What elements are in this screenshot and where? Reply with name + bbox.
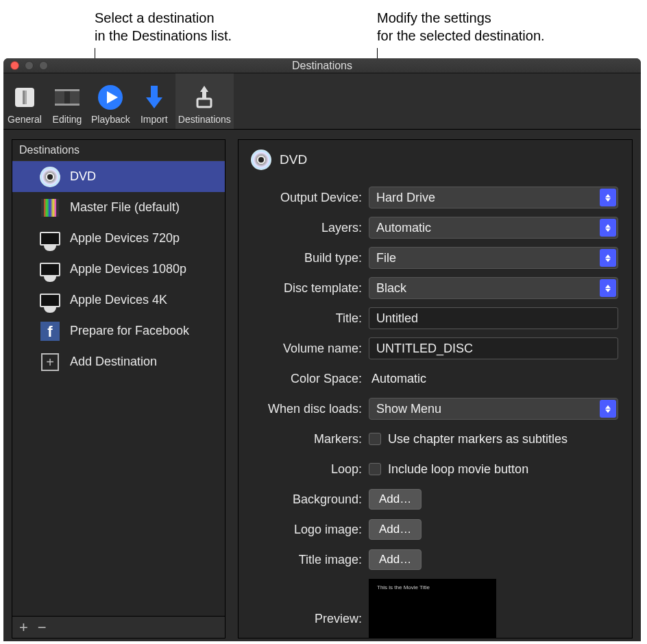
svg-rect-2 [25, 91, 27, 104]
sidebar-item-facebook[interactable]: f Prepare for Facebook [12, 315, 225, 346]
layers-dropdown[interactable]: Automatic [369, 217, 618, 239]
sidebar-item-master-file[interactable]: Master File (default) [12, 192, 225, 223]
plus-icon: + [40, 352, 60, 372]
facebook-icon: f [40, 321, 60, 342]
label-background: Background: [251, 492, 369, 507]
color-space-value: Automatic [369, 372, 426, 385]
build-type-value: File [376, 251, 396, 265]
sidebar-header: Destinations [12, 140, 225, 161]
destinations-icon [191, 84, 218, 111]
label-title-image: Title image: [251, 553, 369, 567]
svg-rect-12 [202, 92, 206, 99]
svg-rect-4 [70, 91, 80, 104]
close-button[interactable] [10, 61, 19, 70]
svg-rect-6 [55, 104, 80, 106]
sidebar-item-label: DVD [70, 169, 96, 184]
prefs-toolbar: General Editing Playback Import Destinat… [3, 73, 641, 130]
when-disc-loads-dropdown[interactable]: Show Menu [369, 398, 618, 420]
annotation-left: Select a destination in the Destinations… [95, 9, 232, 45]
label-disc-template: Disc template: [251, 281, 369, 296]
preferences-window: Destinations General Editing Playback Im… [3, 58, 641, 641]
sidebar-item-apple-1080p[interactable]: Apple Devices 1080p [12, 254, 225, 285]
sidebar-item-label: Prepare for Facebook [70, 324, 189, 338]
disc-template-value: Black [376, 281, 406, 296]
output-device-dropdown[interactable]: Hard Drive [369, 187, 618, 208]
preview-thumbnail: This is the Movie Title [369, 579, 496, 639]
tab-import-label: Import [141, 114, 168, 125]
chevron-updown-icon [600, 400, 616, 418]
playback-icon [97, 84, 124, 111]
label-preview: Preview: [251, 579, 369, 626]
svg-rect-5 [55, 89, 80, 91]
import-icon [141, 84, 168, 111]
layers-value: Automatic [376, 221, 431, 235]
title-input[interactable] [369, 307, 618, 329]
devices-icon [40, 259, 60, 280]
panel-title: DVD [280, 152, 307, 167]
svg-marker-13 [200, 86, 208, 92]
minimize-button[interactable] [25, 61, 34, 70]
sidebar-footer: + − [12, 616, 225, 638]
sidebar-list: DVD Master File (default) Apple Devices … [12, 161, 225, 616]
chevron-updown-icon [600, 189, 616, 206]
annotation-right: Modify the settings for the selected des… [377, 9, 545, 45]
title-image-add-button[interactable]: Add… [369, 549, 422, 570]
svg-rect-11 [197, 99, 211, 107]
sidebar-item-label: Apple Devices 1080p [70, 262, 186, 276]
label-volume-name: Volume name: [251, 342, 369, 356]
traffic-lights [10, 61, 48, 70]
titlebar: Destinations [3, 58, 641, 73]
output-device-value: Hard Drive [376, 191, 435, 205]
loop-checkbox[interactable] [369, 463, 381, 475]
sidebar-item-apple-720p[interactable]: Apple Devices 720p [12, 223, 225, 254]
preview-inner-title: This is the Movie Title [377, 584, 430, 591]
svg-rect-3 [55, 91, 64, 104]
volume-name-input[interactable] [369, 337, 618, 359]
tab-playback[interactable]: Playback [88, 73, 133, 129]
svg-rect-9 [151, 86, 158, 98]
sidebar-item-label: Apple Devices 4K [70, 293, 167, 307]
destinations-sidebar: Destinations DVD Master File (default) A… [12, 139, 225, 639]
tab-destinations[interactable]: Destinations [175, 73, 234, 129]
label-title: Title: [251, 311, 369, 326]
label-markers: Markers: [251, 432, 369, 446]
add-destination-button[interactable]: + [19, 619, 28, 636]
devices-icon [40, 290, 60, 311]
disc-template-dropdown[interactable]: Black [369, 277, 618, 299]
chevron-updown-icon [600, 249, 616, 267]
sidebar-item-label: Apple Devices 720p [70, 231, 180, 246]
sidebar-item-apple-4k[interactable]: Apple Devices 4K [12, 285, 225, 315]
chevron-updown-icon [600, 279, 616, 297]
svg-marker-10 [146, 97, 162, 108]
tab-general[interactable]: General [3, 73, 46, 129]
svg-rect-1 [23, 91, 25, 104]
logo-image-add-button[interactable]: Add… [369, 519, 422, 540]
loop-checkbox-label: Include loop movie button [388, 462, 528, 477]
maximize-button[interactable] [39, 61, 48, 70]
panel-header: DVD [251, 150, 618, 170]
editing-icon [53, 84, 81, 111]
background-add-button[interactable]: Add… [369, 489, 422, 510]
sidebar-item-dvd[interactable]: DVD [12, 161, 225, 192]
label-loop: Loop: [251, 462, 369, 477]
master-file-icon [40, 198, 60, 218]
sidebar-item-label: Add Destination [70, 355, 157, 369]
general-icon [11, 84, 38, 111]
tab-import[interactable]: Import [133, 73, 175, 129]
label-when-disc-loads: When disc loads: [251, 402, 369, 416]
window-title: Destinations [292, 60, 352, 72]
build-type-dropdown[interactable]: File [369, 247, 618, 269]
sidebar-item-add-destination[interactable]: + Add Destination [12, 346, 225, 377]
remove-destination-button[interactable]: − [38, 619, 47, 636]
tab-editing-label: Editing [53, 114, 82, 125]
label-logo-image: Logo image: [251, 523, 369, 537]
tab-editing[interactable]: Editing [46, 73, 88, 129]
tab-destinations-label: Destinations [178, 114, 231, 125]
dvd-icon [251, 150, 271, 170]
when-disc-loads-value: Show Menu [376, 402, 441, 416]
label-output-device: Output Device: [251, 191, 369, 205]
markers-checkbox[interactable] [369, 433, 381, 445]
markers-checkbox-label: Use chapter markers as subtitles [388, 432, 567, 446]
dvd-icon [40, 167, 60, 187]
chevron-updown-icon [600, 219, 616, 237]
